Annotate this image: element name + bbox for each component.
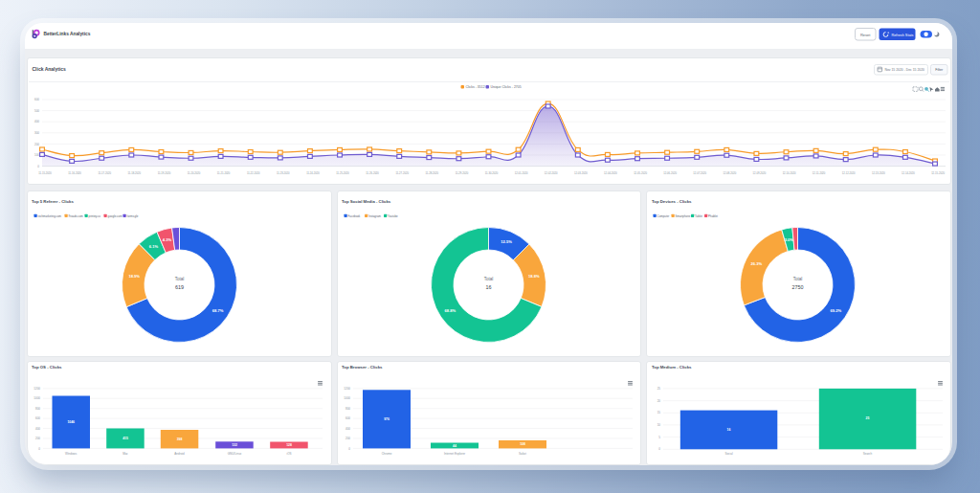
svg-text:12-07-2020: 12-07-2020 — [693, 171, 706, 175]
svg-text:Top Social Media - Clicks: Top Social Media - Clicks — [342, 199, 391, 204]
svg-text:11-18-2020: 11-18-2020 — [128, 171, 142, 175]
svg-text:600: 600 — [35, 416, 40, 420]
svg-text:11-27-2020: 11-27-2020 — [395, 171, 409, 175]
svg-text:Filter: Filter — [935, 68, 944, 72]
svg-text:Top Medium - Clicks: Top Medium - Clicks — [652, 365, 692, 370]
svg-text:500: 500 — [34, 109, 39, 113]
svg-text:1200: 1200 — [33, 387, 40, 391]
svg-text:400: 400 — [34, 120, 39, 123]
svg-text:1000: 1000 — [344, 396, 350, 400]
svg-text:0: 0 — [658, 447, 660, 451]
svg-text:600: 600 — [345, 416, 350, 420]
svg-text:11-24-2020: 11-24-2020 — [306, 171, 320, 175]
svg-text:Instagram: Instagram — [368, 214, 381, 218]
svg-text:0: 0 — [38, 447, 40, 451]
svg-text:12-02-2020: 12-02-2020 — [545, 171, 558, 175]
svg-text:google.com: google.com — [108, 214, 123, 218]
svg-text:200: 200 — [345, 437, 350, 440]
svg-text:300: 300 — [34, 131, 39, 135]
svg-text:11-30-2020: 11-30-2020 — [485, 171, 499, 175]
svg-text:6.1%: 6.1% — [149, 244, 159, 249]
svg-text:Mac: Mac — [122, 452, 128, 456]
svg-text:12-04-2020: 12-04-2020 — [604, 171, 617, 175]
svg-text:200: 200 — [34, 143, 39, 146]
svg-text:Phablet: Phablet — [708, 214, 718, 218]
svg-text:GNU/Linux: GNU/Linux — [228, 452, 242, 456]
svg-text:Total: Total — [793, 277, 803, 281]
svg-text:Top OS - Clicks: Top OS - Clicks — [32, 365, 62, 370]
svg-text:12-03-2020: 12-03-2020 — [574, 171, 588, 175]
svg-text:techmarketing.com: techmarketing.com — [38, 214, 62, 218]
svg-text:44: 44 — [453, 444, 457, 448]
svg-text:printey.co: printey.co — [89, 214, 101, 218]
svg-text:forms.gle: forms.gle — [127, 214, 139, 218]
svg-text:12.5%: 12.5% — [501, 239, 512, 244]
svg-text:12-13-2020: 12-13-2020 — [872, 171, 885, 175]
svg-text:4.3%: 4.3% — [163, 237, 172, 242]
svg-text:Chrome: Chrome — [382, 452, 392, 456]
svg-text:11-21-2020: 11-21-2020 — [217, 171, 231, 175]
svg-text:16: 16 — [486, 284, 492, 290]
svg-text:800: 800 — [35, 407, 40, 411]
svg-text:25: 25 — [866, 416, 870, 420]
svg-text:400: 400 — [345, 427, 350, 431]
svg-text:108: 108 — [520, 442, 525, 446]
svg-text:415: 415 — [122, 437, 128, 440]
svg-text:11-22-2020: 11-22-2020 — [247, 171, 260, 175]
svg-text:18.9%: 18.9% — [128, 274, 140, 279]
svg-text:600: 600 — [34, 98, 39, 101]
svg-text:11-29-2020: 11-29-2020 — [456, 171, 469, 175]
svg-text:15: 15 — [657, 411, 661, 415]
svg-text:Total: Total — [175, 277, 185, 281]
svg-text:Clicks - 3512: Clicks - 3512 — [465, 85, 484, 89]
svg-text:1000: 1000 — [33, 396, 40, 400]
svg-text:Click Analytics: Click Analytics — [33, 66, 67, 72]
svg-text:11-23-2020: 11-23-2020 — [277, 171, 290, 175]
svg-text:12-08-2020: 12-08-2020 — [723, 171, 736, 175]
svg-text:1046: 1046 — [67, 420, 75, 424]
svg-text:9roads.com: 9roads.com — [69, 214, 84, 218]
svg-text:12-05-2020: 12-05-2020 — [634, 171, 647, 175]
svg-text:132: 132 — [232, 443, 237, 447]
svg-text:Computer: Computer — [657, 214, 670, 218]
svg-text:200: 200 — [35, 437, 40, 440]
svg-text:11-26-2020: 11-26-2020 — [366, 171, 379, 175]
svg-text:11-19-2020: 11-19-2020 — [158, 171, 171, 175]
svg-text:Internet Explorer: Internet Explorer — [444, 452, 465, 456]
svg-text:20: 20 — [657, 399, 661, 403]
svg-text:Top Devices - Clicks: Top Devices - Clicks — [652, 199, 692, 204]
svg-text:11-17-2020: 11-17-2020 — [98, 171, 111, 175]
svg-text:Search: Search — [863, 452, 873, 456]
svg-text:18.8%: 18.8% — [528, 274, 540, 279]
svg-text:128: 128 — [286, 443, 292, 447]
svg-text:Facebook: Facebook — [348, 214, 361, 218]
svg-text:11-25-2020: 11-25-2020 — [336, 171, 349, 175]
svg-text:16: 16 — [727, 428, 731, 432]
svg-text:398: 398 — [177, 437, 183, 441]
svg-text:Unique Clicks - 2705: Unique Clicks - 2705 — [490, 85, 521, 89]
svg-text:11-15-2020: 11-15-2020 — [38, 171, 52, 175]
svg-text:3.0%: 3.0% — [785, 237, 794, 242]
svg-text:12-15-2020: 12-15-2020 — [931, 171, 945, 175]
svg-text:12-10-2020: 12-10-2020 — [783, 171, 796, 175]
svg-text:11-16-2020: 11-16-2020 — [68, 171, 81, 175]
svg-text:5: 5 — [658, 436, 660, 439]
svg-text:12-06-2020: 12-06-2020 — [663, 171, 677, 175]
svg-text:Youtube: Youtube — [388, 214, 398, 218]
svg-text:12-12-2020: 12-12-2020 — [842, 171, 856, 175]
svg-text:iOS: iOS — [286, 452, 291, 456]
svg-text:Nov 15 2020 - Dec 15 2020: Nov 15 2020 - Dec 15 2020 — [885, 68, 925, 72]
svg-text:Smartphone: Smartphone — [676, 214, 691, 218]
svg-text:1200: 1200 — [344, 387, 350, 391]
svg-text:2750: 2750 — [792, 284, 804, 290]
svg-text:BetterLinks Analytics: BetterLinks Analytics — [44, 32, 91, 36]
svg-text:69.2%: 69.2% — [830, 308, 841, 313]
svg-text:12-01-2020: 12-01-2020 — [515, 171, 528, 175]
svg-text:Safari: Safari — [519, 452, 526, 456]
svg-text:26.3%: 26.3% — [750, 261, 762, 266]
svg-text:12-09-2020: 12-09-2020 — [753, 171, 767, 175]
svg-text:619: 619 — [175, 284, 184, 290]
svg-text:800: 800 — [345, 407, 350, 411]
svg-text:11-20-2020: 11-20-2020 — [188, 171, 201, 175]
svg-text:Top 5 Referer - Clicks: Top 5 Referer - Clicks — [32, 199, 74, 204]
